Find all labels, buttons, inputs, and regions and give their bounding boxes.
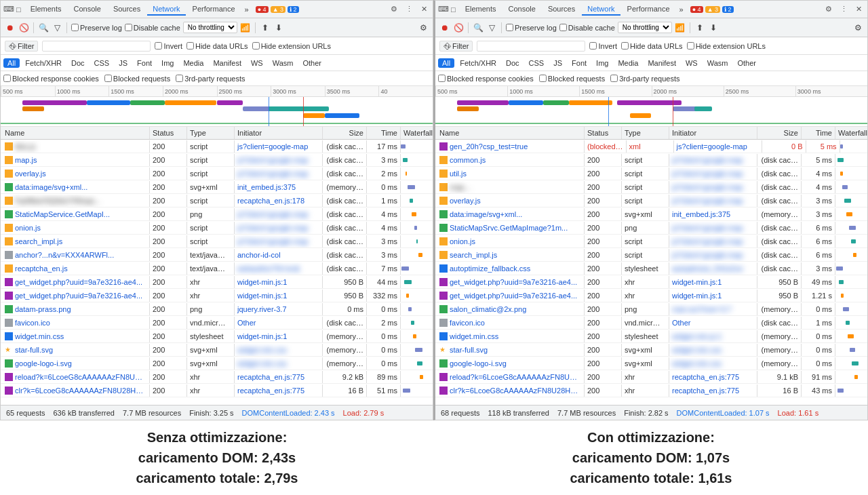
- type-filter-css[interactable]: CSS: [90, 58, 114, 68]
- close-icon[interactable]: ✕: [418, 3, 430, 15]
- table-row[interactable]: ★ star-full.svg 200 svg+xml widget-min.c…: [1, 343, 433, 357]
- hide-ext-urls-checkbox[interactable]: Hide extension URLs: [252, 42, 331, 50]
- more-icon[interactable]: ⋮: [403, 3, 416, 15]
- table-row[interactable]: data:image/svg+xml... 200 svg+xml init_e…: [435, 207, 867, 221]
- table-row[interactable]: onion.js 200 script js?client=google-map…: [1, 221, 433, 235]
- blocked-checkbox-2[interactable]: 3rd-party requests: [176, 75, 245, 83]
- filter-input[interactable]: [42, 41, 151, 52]
- table-row[interactable]: datam-prass.png 200 png jquery.river-3.7…: [1, 302, 433, 316]
- table-row[interactable]: salon_climatic@2x.png 200 png mat-css?ri…: [435, 302, 867, 316]
- table-row[interactable]: favicon.ico 200 vnd.micr… Other (disk ca…: [1, 316, 433, 330]
- type-filter-css[interactable]: CSS: [525, 58, 549, 68]
- tab-more-button[interactable]: »: [677, 4, 686, 15]
- type-filter-manifest[interactable]: Manifest: [644, 58, 680, 68]
- settings-icon[interactable]: ⚙: [388, 3, 400, 15]
- invert-checkbox[interactable]: Invert: [589, 42, 617, 50]
- settings-network-icon[interactable]: ⚙: [418, 22, 429, 33]
- table-row[interactable]: widget.min.css 200 stylesheet widget-min…: [435, 330, 867, 343]
- table-row[interactable]: map… 200 script js?client=google-map (di…: [435, 180, 867, 194]
- col-header-waterfall[interactable]: Waterfall: [835, 127, 867, 139]
- tab-elements[interactable]: Elements: [25, 3, 67, 16]
- filter-input[interactable]: [477, 41, 585, 52]
- type-filter-img[interactable]: Img: [157, 58, 178, 68]
- filter-label-button[interactable]: ⛗ Filter: [439, 41, 473, 52]
- record-button[interactable]: ⏺: [439, 22, 450, 33]
- table-row[interactable]: reload?k=6LcoeG8cAAAAAAzFN8U2... 200 xhr…: [435, 370, 867, 384]
- table-row[interactable]: tiles.js 200 script js?client=google-map…: [1, 140, 433, 153]
- filter-button[interactable]: ▽: [52, 22, 62, 33]
- table-row[interactable]: data:image/svg+xml... 200 svg+xml init_e…: [1, 180, 433, 194]
- type-filter-fetch/xhr[interactable]: Fetch/XHR: [21, 58, 66, 68]
- blocked-input-1[interactable]: [539, 75, 547, 82]
- tab-more-button[interactable]: »: [242, 4, 252, 15]
- search-button[interactable]: 🔍: [473, 22, 484, 33]
- type-filter-ws[interactable]: WS: [247, 58, 267, 68]
- clear-button[interactable]: 🚫: [453, 22, 464, 33]
- col-header-type[interactable]: Type: [187, 127, 235, 139]
- preserve-log-input[interactable]: [506, 24, 513, 31]
- table-row[interactable]: StaticMapService.GetMapI... 200 png js?c…: [1, 207, 433, 221]
- invert-input[interactable]: [155, 42, 162, 50]
- tab-performance[interactable]: Performance: [187, 3, 241, 16]
- col-header-type[interactable]: Type: [622, 127, 669, 139]
- hide-ext-urls-input[interactable]: [687, 42, 694, 50]
- type-filter-media[interactable]: Media: [614, 58, 642, 68]
- disable-cache-checkbox[interactable]: Disable cache: [559, 24, 615, 32]
- preserve-log-checkbox[interactable]: Preserve log: [71, 24, 122, 32]
- table-row[interactable]: google-logo-i.svg 200 svg+xml widget-min…: [1, 357, 433, 370]
- filter-label-button[interactable]: ⛗ Filter: [5, 41, 38, 52]
- hide-data-urls-input[interactable]: [621, 42, 629, 50]
- table-row[interactable]: gen_20h?csp_test=true (blocked… xml js?c…: [435, 140, 867, 153]
- table-row[interactable]: autoptimize_fallback.css 200 stylesheet …: [435, 262, 867, 275]
- table-row[interactable]: get_widget.php?uuid=9a7e3216-ae4... 200 …: [1, 289, 433, 302]
- type-filter-font[interactable]: Font: [133, 58, 156, 68]
- disable-cache-input[interactable]: [125, 24, 132, 31]
- col-header-size[interactable]: Size: [323, 127, 367, 139]
- settings-icon[interactable]: ⚙: [823, 3, 835, 15]
- record-button[interactable]: ⏺: [5, 22, 16, 33]
- table-row[interactable]: get_widget.php?uuid=9a7e3216-ae4... 200 …: [1, 275, 433, 289]
- blocked-input-0[interactable]: [438, 75, 446, 82]
- type-filter-all[interactable]: All: [3, 58, 20, 68]
- disable-cache-input[interactable]: [559, 24, 567, 31]
- table-row[interactable]: widget.min.css 200 stylesheet widget-min…: [1, 330, 433, 343]
- type-filter-ws[interactable]: WS: [682, 58, 702, 68]
- export-button[interactable]: ⬇: [273, 22, 284, 33]
- table-row[interactable]: search_impl.js 200 script js?client=goog…: [435, 248, 867, 262]
- close-icon[interactable]: ✕: [853, 3, 865, 15]
- hide-ext-urls-input[interactable]: [252, 42, 260, 50]
- type-filter-wasm[interactable]: Wasm: [703, 58, 732, 68]
- invert-input[interactable]: [589, 42, 597, 50]
- tab-sources[interactable]: Sources: [542, 3, 580, 16]
- table-row[interactable]: overlay.js 200 script js?client=google-m…: [1, 167, 433, 180]
- type-filter-img[interactable]: Img: [592, 58, 612, 68]
- preserve-log-checkbox[interactable]: Preserve log: [506, 24, 557, 32]
- table-row[interactable]: overlay.js 200 script js?client=google-m…: [435, 194, 867, 207]
- type-filter-js[interactable]: JS: [549, 58, 566, 68]
- throttling-select[interactable]: No throttling: [618, 22, 672, 33]
- table-row[interactable]: map.js 200 script js?client=google-map (…: [1, 153, 433, 167]
- tab-network[interactable]: Network: [147, 3, 185, 16]
- type-filter-media[interactable]: Media: [179, 58, 208, 68]
- blocked-checkbox-0[interactable]: Blocked response cookies: [3, 75, 99, 83]
- import-button[interactable]: ⬆: [260, 22, 271, 33]
- table-row[interactable]: clr?k=6LcoeG8cAAAAAAzFN8U28H7... 200 xhr…: [435, 384, 867, 397]
- type-filter-doc[interactable]: Doc: [502, 58, 524, 68]
- tab-network[interactable]: Network: [582, 3, 620, 16]
- tab-sources[interactable]: Sources: [108, 3, 146, 16]
- col-header-name[interactable]: Name: [435, 127, 585, 139]
- tab-console[interactable]: Console: [68, 3, 106, 16]
- hide-ext-urls-checkbox[interactable]: Hide extension URLs: [687, 42, 766, 50]
- col-header-initiator[interactable]: Initiator: [669, 127, 757, 139]
- table-row[interactable]: reload?k=6LcoeG8cAAAAAAzFN8U2... 200 xhr…: [1, 370, 433, 384]
- type-filter-wasm[interactable]: Wasm: [269, 58, 298, 68]
- type-filter-font[interactable]: Font: [568, 58, 591, 68]
- blocked-input-2[interactable]: [610, 75, 618, 82]
- tab-performance[interactable]: Performance: [622, 3, 675, 16]
- col-header-status[interactable]: Status: [150, 127, 187, 139]
- more-icon[interactable]: ⋮: [837, 3, 850, 15]
- type-filter-all[interactable]: All: [438, 58, 454, 68]
- table-row[interactable]: ★ star-full.svg 200 svg+xml widget-min.c…: [435, 343, 867, 357]
- table-row[interactable]: anchor?...n&v=KXX4ARWFl... 200 text/java…: [1, 248, 433, 262]
- type-filter-manifest[interactable]: Manifest: [209, 58, 245, 68]
